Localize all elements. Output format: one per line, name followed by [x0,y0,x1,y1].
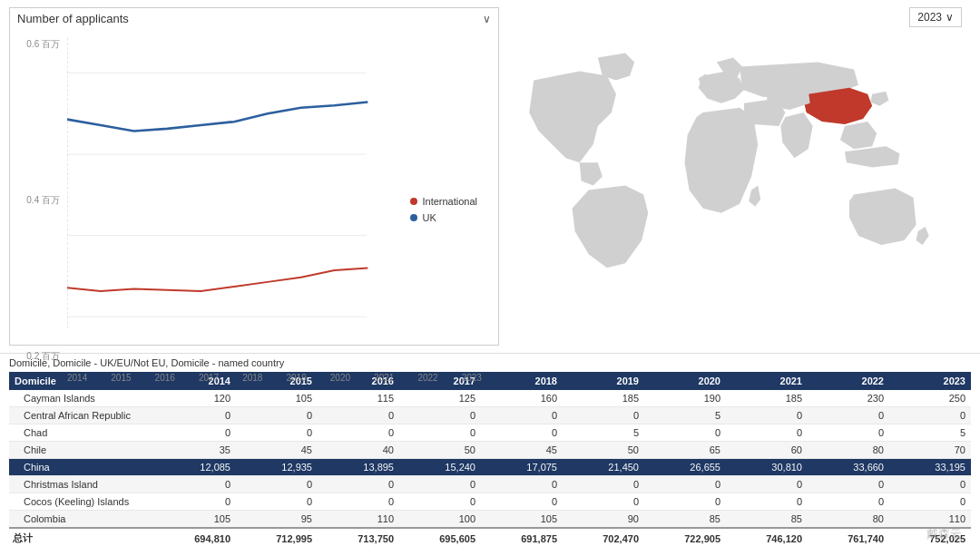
cell-value: 0 [236,407,318,424]
cell-domicile: Central African Republic [9,407,154,424]
cell-value: 5 [563,424,644,442]
footer-label: 总计 [9,528,154,548]
y-label-02: 0.2 百万 [17,350,60,363]
cell-value: 0 [399,407,481,424]
cell-value: 185 [726,390,808,407]
cell-value: 5 [644,407,726,424]
table-row: Cayman Islands12010511512516018519018523… [9,390,971,407]
legend-label-uk: UK [422,212,436,223]
cell-value: 0 [236,424,318,442]
cell-value: 85 [644,511,726,529]
x-label-2023: 2023 [462,373,482,383]
cell-value: 185 [563,390,644,407]
table-row: Cocos (Keeling) Islands0000000000 [9,493,971,511]
footer-2020: 722,905 [644,528,726,548]
cell-value: 250 [889,390,971,407]
cell-value: 0 [563,407,644,424]
x-label-2022: 2022 [417,373,437,383]
x-label-2017: 2017 [199,373,219,383]
cell-domicile: Colombia [9,511,154,529]
x-label-2015: 2015 [111,373,131,383]
cell-value: 0 [399,424,481,442]
footer-2018: 691,875 [481,528,563,548]
cell-value: 60 [726,442,808,459]
cell-value: 5 [889,424,971,442]
cell-value: 125 [399,390,481,407]
footer-2017: 695,605 [399,528,481,548]
cell-value: 0 [399,476,481,493]
cell-value: 0 [808,407,889,424]
cell-value: 0 [154,493,236,511]
cell-domicile: Chile [9,442,154,459]
cell-value: 105 [154,511,236,529]
cell-value: 50 [563,442,644,459]
cell-value: 0 [726,476,808,493]
cell-value: 40 [318,442,399,459]
map-area: 2023 ∨ [499,7,971,346]
cell-value: 0 [154,424,236,442]
footer-2014: 694,810 [154,528,236,548]
line-chart-container: 0.6 百万 0.4 百万 0.2 百万 [17,29,491,390]
y-label-06: 0.6 百万 [17,38,60,51]
cell-value: 100 [399,511,481,529]
table-row: Chad0000050005 [9,424,971,442]
cell-value: 50 [399,442,481,459]
cell-value: 0 [399,493,481,511]
col-header-2019: 2019 [563,372,644,390]
cell-value: 80 [808,511,889,529]
cell-value: 0 [481,424,563,442]
chart-title: Number of applicants [17,12,129,25]
cell-value: 0 [154,407,236,424]
chevron-down-icon: ∨ [483,13,491,25]
table-row: Colombia1059511010010590858580110 [9,511,971,529]
data-table: Domicile 2014 2015 2016 2017 2018 2019 2… [9,372,971,548]
cell-value: 105 [236,390,318,407]
world-map-svg [506,24,964,338]
cell-value: 0 [644,424,726,442]
top-section: Number of applicants ∨ 0.6 百万 0.4 百万 0.2… [0,0,980,354]
cell-value: 0 [481,476,563,493]
year-selector-value: 2023 [917,11,942,24]
footer-2015: 712,995 [236,528,318,548]
footer-2022: 761,740 [808,528,889,548]
footer-2016: 713,750 [318,528,399,548]
cell-value: 70 [889,442,971,459]
main-container: Number of applicants ∨ 0.6 百万 0.4 百万 0.2… [0,0,980,556]
year-selector[interactable]: 2023 ∨ [909,7,962,27]
cell-value: 80 [808,442,889,459]
cell-value: 0 [808,493,889,511]
watermark: 戴森云 [926,526,962,542]
cell-value: 0 [318,424,399,442]
x-axis-labels: 2014 2015 2016 2017 2018 2019 2020 2021 … [67,373,482,383]
table-body: Cayman Islands12010511512516018519018523… [9,390,971,528]
cell-value: 0 [481,493,563,511]
cell-value: 0 [889,493,971,511]
cell-value: 160 [481,390,563,407]
y-axis-labels: 0.6 百万 0.4 百万 0.2 百万 [17,38,64,363]
col-header-2018: 2018 [481,372,563,390]
legend-dot-uk [410,214,417,221]
cell-domicile: Cayman Islands [9,390,154,407]
x-label-2020: 2020 [330,373,350,383]
x-label-2014: 2014 [67,373,87,383]
cell-value: 35 [154,442,236,459]
cell-value: 90 [563,511,644,529]
table-row: Chile35454050455065608070 [9,442,971,459]
cell-value: 21,450 [563,459,644,476]
cell-value: 0 [889,407,971,424]
cell-domicile: China [9,459,154,476]
cell-value: 0 [318,407,399,424]
table-row: Christmas Island0000000000 [9,476,971,493]
x-label-2018: 2018 [242,373,262,383]
cell-value: 0 [726,493,808,511]
cell-value: 12,935 [236,459,318,476]
cell-value: 190 [644,390,726,407]
cell-value: 115 [318,390,399,407]
cell-value: 0 [808,476,889,493]
cell-value: 120 [154,390,236,407]
cell-value: 0 [563,493,644,511]
cell-value: 0 [236,493,318,511]
cell-value: 15,240 [399,459,481,476]
chart-dropdown[interactable]: ∨ [483,13,491,25]
legend-dot-international [410,198,417,205]
